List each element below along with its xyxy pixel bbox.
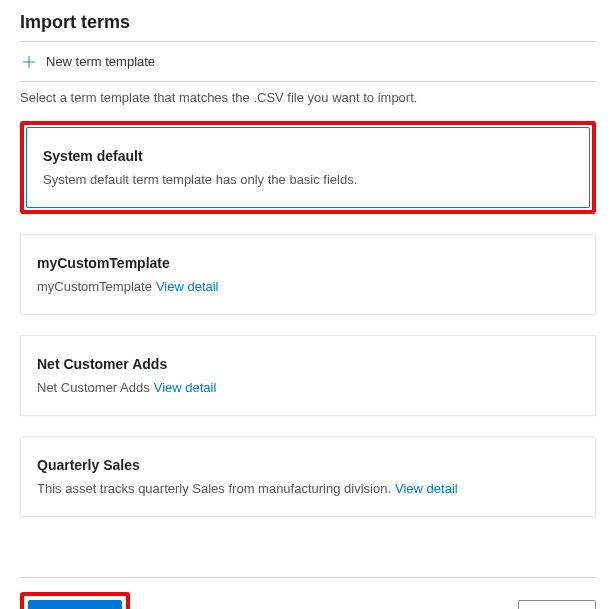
template-card[interactable]: myCustomTemplatemyCustomTemplateView det… xyxy=(20,234,596,315)
footer: Continue Cancel xyxy=(20,577,596,609)
divider xyxy=(20,81,596,82)
continue-highlight: Continue xyxy=(20,592,130,609)
template-description: This asset tracks quarterly Sales from m… xyxy=(37,481,579,496)
continue-button[interactable]: Continue xyxy=(28,600,122,609)
new-template-button[interactable]: New term template xyxy=(20,48,596,75)
template-card[interactable]: System defaultSystem default term templa… xyxy=(26,127,590,208)
template-description-text: Net Customer Adds xyxy=(37,380,150,395)
plus-icon xyxy=(22,55,36,69)
template-description-text: This asset tracks quarterly Sales from m… xyxy=(37,481,391,496)
template-title: myCustomTemplate xyxy=(37,255,579,271)
template-description-text: System default term template has only th… xyxy=(43,172,357,187)
instruction-text: Select a term template that matches the … xyxy=(20,90,596,105)
template-description: Net Customer AddsView detail xyxy=(37,380,579,395)
template-description-text: myCustomTemplate xyxy=(37,279,152,294)
cancel-button[interactable]: Cancel xyxy=(518,600,596,609)
highlight-box: System defaultSystem default term templa… xyxy=(20,121,596,214)
new-template-label: New term template xyxy=(46,54,155,69)
template-description: myCustomTemplateView detail xyxy=(37,279,579,294)
template-list: System defaultSystem default term templa… xyxy=(20,121,596,517)
view-detail-link[interactable]: View detail xyxy=(154,380,217,395)
view-detail-link[interactable]: View detail xyxy=(395,481,458,496)
template-title: Net Customer Adds xyxy=(37,356,579,372)
template-card[interactable]: Net Customer AddsNet Customer AddsView d… xyxy=(20,335,596,416)
template-title: System default xyxy=(43,148,573,164)
template-title: Quarterly Sales xyxy=(37,457,579,473)
template-description: System default term template has only th… xyxy=(43,172,573,187)
divider xyxy=(20,41,596,42)
template-card[interactable]: Quarterly SalesThis asset tracks quarter… xyxy=(20,436,596,517)
page-title: Import terms xyxy=(20,12,596,33)
view-detail-link[interactable]: View detail xyxy=(156,279,219,294)
